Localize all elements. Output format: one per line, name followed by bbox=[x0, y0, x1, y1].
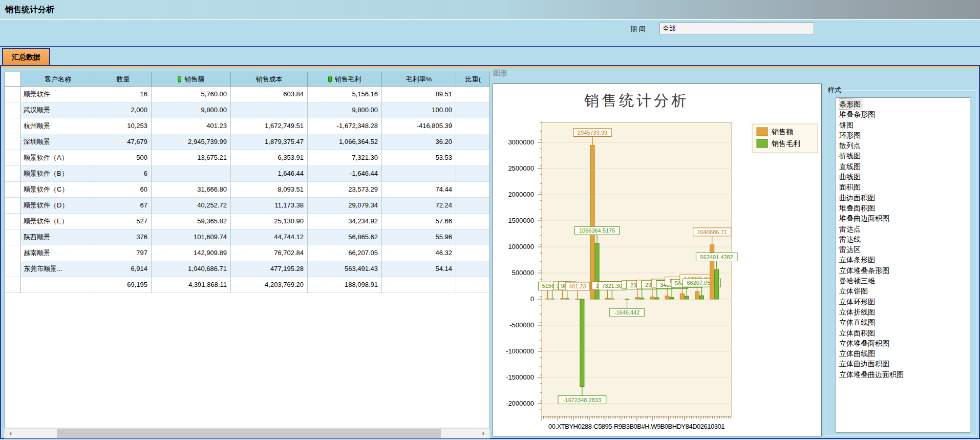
column-header[interactable]: 毛利率% bbox=[382, 72, 456, 87]
svg-text:-1646.442: -1646.442 bbox=[614, 309, 640, 316]
style-option[interactable]: 折线图 bbox=[839, 151, 863, 161]
svg-text:7321.30: 7321.30 bbox=[602, 283, 622, 289]
table-row[interactable]: 顺景软件（B）61,646.44-1,646.44 bbox=[5, 166, 489, 182]
table-row[interactable]: 顺景软件（A）50013,675.216,353.917,321.3053.53 bbox=[5, 150, 489, 166]
cell: 401.23 bbox=[152, 118, 231, 134]
cell bbox=[152, 166, 231, 182]
table-row[interactable]: 顺景软件（D）6740,252.7211,173.3829,079.3472.2… bbox=[5, 198, 489, 214]
cell: 8,093.51 bbox=[231, 182, 308, 198]
column-header[interactable]: 销售毛利 bbox=[308, 72, 382, 87]
bar-chart-canvas: 3000000250000020000001500000100000050000… bbox=[493, 84, 821, 436]
scrollbar-thumb[interactable] bbox=[57, 429, 441, 438]
table-row[interactable]: 顺景软件（C）6031,666.808,093.5123,573.2974.44 bbox=[5, 182, 489, 198]
cell: 2,000 bbox=[95, 102, 152, 118]
svg-text:-2000000: -2000000 bbox=[506, 400, 534, 407]
style-option[interactable]: 直线图 bbox=[839, 161, 863, 172]
row-indicator-cell bbox=[5, 277, 21, 293]
period-label: 期 间 bbox=[630, 25, 646, 34]
svg-text:-500000: -500000 bbox=[509, 321, 534, 329]
cell bbox=[456, 182, 490, 198]
cell: 603.84 bbox=[231, 87, 308, 102]
cell bbox=[456, 166, 490, 182]
svg-text:1040686.71: 1040686.71 bbox=[697, 229, 727, 235]
style-option[interactable]: 曲边面积图 bbox=[839, 193, 877, 203]
chart-style-listbox[interactable]: 条形图堆叠条形图饼图环形图散列点折线图直线图曲线图面积图曲边面积图堆叠面积图堆叠… bbox=[836, 97, 970, 433]
table-row[interactable]: 陕西顺景376101,609.7444,744.1256,865.6255.96 bbox=[5, 229, 489, 245]
tab-summary-data[interactable]: 汇总数据 bbox=[2, 48, 50, 66]
style-option[interactable]: 面积图 bbox=[839, 182, 863, 192]
table-row[interactable]: 武汉顺景2,0009,800.009,800.00100.00 bbox=[5, 102, 489, 118]
style-option[interactable]: 立体堆叠条形图 bbox=[839, 265, 891, 276]
style-option[interactable]: 立体环形图 bbox=[839, 297, 877, 307]
style-option[interactable]: 堆叠面积图 bbox=[839, 203, 877, 213]
svg-text:0: 0 bbox=[530, 295, 534, 303]
column-header[interactable]: 比重( bbox=[456, 72, 490, 87]
svg-text:3000000: 3000000 bbox=[508, 138, 534, 146]
style-option[interactable]: 散列点 bbox=[839, 140, 863, 151]
style-option[interactable]: 立体直线图 bbox=[839, 317, 877, 327]
style-option[interactable]: 条形图 bbox=[839, 99, 863, 109]
cell: 66,207.05 bbox=[308, 245, 382, 261]
style-option[interactable]: 立体堆叠面积图 bbox=[839, 338, 891, 348]
cell: 60 bbox=[95, 182, 152, 198]
row-indicator-cell bbox=[5, 182, 21, 198]
style-option[interactable]: 立体条形图 bbox=[839, 255, 877, 265]
column-header[interactable]: 销售额 bbox=[152, 72, 231, 87]
row-indicator-cell bbox=[5, 166, 21, 182]
scroll-left-arrow-icon[interactable]: ‹ bbox=[5, 429, 17, 438]
style-option[interactable]: 立体面积图 bbox=[839, 328, 877, 338]
svg-text:2000000: 2000000 bbox=[508, 191, 534, 198]
cell: 57.66 bbox=[382, 214, 456, 229]
style-option[interactable]: 雷达区 bbox=[839, 244, 863, 255]
chart-box: 3000000250000020000001500000100000050000… bbox=[493, 83, 822, 436]
table-row[interactable]: 越南顺景797142,909.8976,702.8466,207.0546.32 bbox=[5, 245, 489, 261]
svg-text:563491.4282: 563491.4282 bbox=[700, 254, 733, 260]
style-option[interactable]: 雷达点 bbox=[839, 224, 863, 234]
table-row[interactable]: 杭州顺景10,253401.231,672,749.51-1,672,348.2… bbox=[5, 118, 489, 134]
cell: 东莞市顺景... bbox=[21, 261, 95, 277]
cell: 25,130.90 bbox=[231, 214, 308, 229]
style-option[interactable]: 立体曲线图 bbox=[839, 348, 877, 359]
style-option[interactable]: 堆叠曲边面积图 bbox=[839, 213, 891, 223]
table-row[interactable]: 69,1954,391,868.114,203,769.20188,098.91 bbox=[5, 277, 489, 293]
style-option[interactable]: 立体折线图 bbox=[839, 307, 877, 317]
cell: 36.20 bbox=[382, 134, 456, 150]
column-header[interactable]: 客户名称 bbox=[21, 72, 95, 87]
svg-text:1500000: 1500000 bbox=[508, 217, 534, 224]
green-indicator-icon bbox=[178, 76, 181, 82]
cell: 53.53 bbox=[382, 150, 456, 166]
table-row[interactable]: 顺景软件165,760.00603.845,156.1689.51 bbox=[5, 87, 489, 102]
row-indicator-cell bbox=[5, 118, 21, 134]
table-row[interactable]: 东莞市顺景...6,9141,040,686.71477,195.28563,4… bbox=[5, 261, 489, 277]
scroll-right-arrow-icon[interactable]: › bbox=[477, 429, 489, 438]
svg-text:销售毛利: 销售毛利 bbox=[771, 139, 800, 148]
style-option[interactable]: 立体曲边面积图 bbox=[839, 359, 891, 369]
row-indicator-cell bbox=[5, 214, 21, 229]
row-indicator-cell bbox=[5, 150, 21, 166]
style-option[interactable]: 立体饼图 bbox=[839, 286, 870, 296]
table-row[interactable]: 深圳顺景47,6792,945,739.991,879,375.471,066,… bbox=[5, 134, 489, 150]
svg-text:销售统计分析: 销售统计分析 bbox=[584, 92, 689, 109]
cell: 101,609.74 bbox=[152, 229, 231, 245]
style-option[interactable]: 环形图 bbox=[839, 130, 863, 140]
cell: 44,744.12 bbox=[231, 229, 308, 245]
cell: 477,195.28 bbox=[231, 261, 308, 277]
cell: 13,675.21 bbox=[152, 150, 231, 166]
column-header[interactable]: 销售成本 bbox=[231, 72, 308, 87]
column-header[interactable]: 数量 bbox=[95, 72, 152, 87]
style-option[interactable]: 雷达线 bbox=[839, 234, 863, 244]
row-indicator-cell bbox=[5, 87, 21, 102]
cell: 9,800.00 bbox=[308, 102, 382, 118]
horizontal-scrollbar[interactable]: ‹ › bbox=[4, 428, 490, 438]
table-row[interactable]: 顺景软件（E）52759,365.8225,130.9034,234.9257.… bbox=[5, 214, 489, 229]
summary-data-grid: 客户名称数量销售额销售成本销售毛利毛利率%比重( 顺景软件165,760.006… bbox=[4, 72, 490, 428]
cell bbox=[456, 198, 490, 214]
style-option[interactable]: 堆叠条形图 bbox=[839, 109, 877, 119]
style-option[interactable]: 立体堆叠曲边面积图 bbox=[839, 369, 906, 380]
period-input[interactable] bbox=[659, 23, 814, 34]
style-option[interactable]: 曼哈顿三维 bbox=[839, 276, 877, 286]
style-option[interactable]: 曲线图 bbox=[839, 172, 863, 182]
style-option[interactable]: 饼图 bbox=[839, 120, 856, 130]
cell: 527 bbox=[95, 214, 152, 229]
cell: 100.00 bbox=[382, 102, 456, 118]
